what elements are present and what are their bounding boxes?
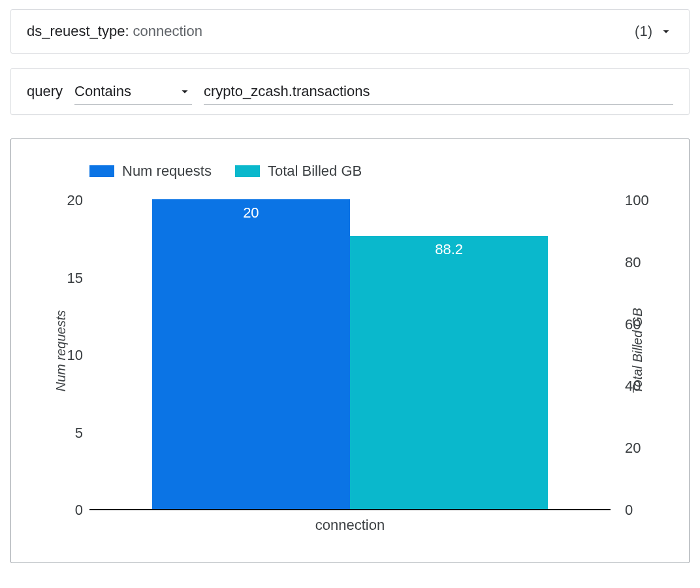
legend-swatch bbox=[89, 165, 114, 177]
query-filter-row: query Contains crypto_zcash.transactions bbox=[10, 68, 690, 115]
x-axis-category-label: connection bbox=[89, 517, 611, 534]
x-axis-line bbox=[89, 509, 611, 510]
legend-label: Total Billed GB bbox=[268, 163, 362, 180]
query-field-label: query bbox=[27, 83, 63, 100]
legend-swatch bbox=[235, 165, 260, 177]
legend-label: Num requests bbox=[122, 163, 212, 180]
bar-num-requests[interactable]: 20 bbox=[152, 199, 350, 509]
y-left-tick: 15 bbox=[31, 270, 83, 287]
filter-count: (1) bbox=[635, 23, 652, 40]
filter-chip[interactable]: ds_reuest_type: connection (1) bbox=[10, 9, 690, 54]
chart-container: Num requests Total Billed GB 05101520 02… bbox=[10, 139, 690, 563]
legend-item-num-requests[interactable]: Num requests bbox=[89, 163, 212, 180]
y-left-tick: 5 bbox=[31, 425, 83, 442]
chart-legend: Num requests Total Billed GB bbox=[89, 163, 362, 180]
bar-value-label: 88.2 bbox=[350, 241, 548, 258]
filter-key: ds_reuest_type: bbox=[27, 23, 129, 40]
bar-value-label: 20 bbox=[152, 204, 350, 221]
filter-expression: ds_reuest_type: connection bbox=[27, 23, 202, 40]
y-right-tick: 0 bbox=[625, 502, 677, 519]
y-right-tick: 80 bbox=[625, 254, 677, 271]
filter-value: connection bbox=[133, 23, 202, 40]
y-axis-right-label: Total Billed GB bbox=[631, 308, 646, 394]
bar-total-billed-gb[interactable]: 88.2 bbox=[350, 236, 548, 509]
y-left-tick: 0 bbox=[31, 502, 83, 519]
y-right-tick: 20 bbox=[625, 440, 677, 457]
y-left-tick: 20 bbox=[31, 192, 83, 209]
legend-item-total-billed-gb[interactable]: Total Billed GB bbox=[235, 163, 362, 180]
y-right-tick: 100 bbox=[625, 192, 677, 209]
y-axis-left-label: Num requests bbox=[54, 310, 69, 392]
chevron-down-icon bbox=[178, 84, 192, 99]
query-value-input[interactable]: crypto_zcash.transactions bbox=[204, 79, 673, 105]
query-operator-select[interactable]: Contains bbox=[74, 79, 192, 105]
filter-count-dropdown[interactable]: (1) bbox=[635, 23, 673, 40]
chevron-down-icon bbox=[659, 24, 673, 39]
query-operator-value: Contains bbox=[74, 83, 131, 100]
plot-area: 20 88.2 bbox=[89, 201, 611, 510]
